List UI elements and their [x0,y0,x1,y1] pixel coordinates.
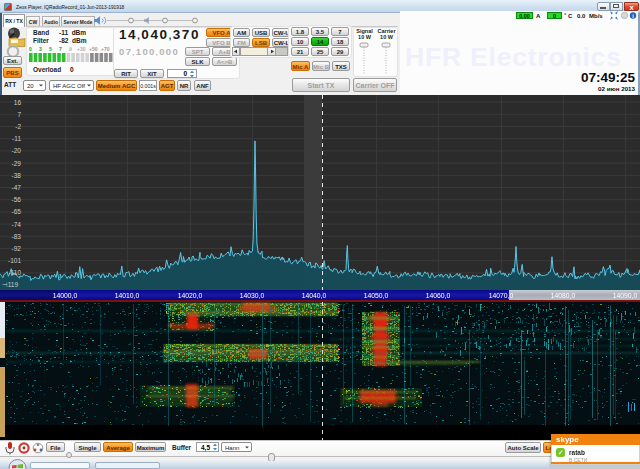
svg-text:-65: -65 [12,208,22,215]
svg-text:7: 7 [17,111,21,118]
svg-text:-83: -83 [12,233,22,240]
svg-text:-2: -2 [15,123,21,130]
svg-text:16: 16 [14,99,22,106]
svg-text:-92: -92 [12,245,22,252]
svg-text:-101: -101 [8,257,21,264]
svg-text:-29: -29 [12,160,22,167]
svg-text:-110: -110 [8,269,21,276]
svg-text:-74: -74 [12,221,22,228]
svg-text:-47: -47 [12,184,22,191]
svg-text:-56: -56 [12,196,22,203]
svg-text:⊣119: ⊣119 [2,281,18,288]
svg-text:-20: -20 [12,147,22,154]
svg-text:-11: -11 [12,135,21,142]
svg-text:-38: -38 [12,172,22,179]
